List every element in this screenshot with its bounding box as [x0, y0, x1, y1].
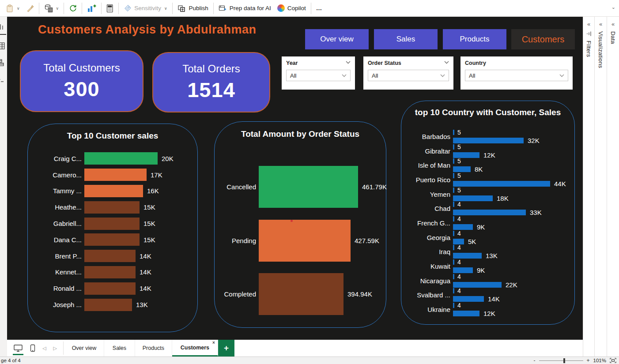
format-painter-button[interactable] — [23, 2, 37, 15]
chevron-down-icon[interactable] — [346, 61, 351, 64]
bar[interactable] — [84, 201, 140, 214]
table-view-button[interactable] — [0, 42, 6, 52]
mobile-layout-button[interactable] — [30, 344, 35, 352]
next-page-button[interactable]: ▷ — [53, 345, 57, 351]
bar[interactable] — [84, 218, 140, 230]
nav-button-sales[interactable]: Sales — [374, 29, 438, 49]
desktop-layout-button[interactable] — [13, 344, 23, 352]
slicer-dropdown-country[interactable]: All — [465, 70, 568, 81]
model-view-button[interactable] — [0, 59, 6, 68]
paste-button[interactable]: ∨ — [3, 2, 23, 15]
desktop-monitor-icon — [13, 344, 23, 352]
copilot-button[interactable]: Copilot — [274, 2, 309, 15]
bar[interactable] — [84, 169, 147, 181]
dax-query-view-button[interactable] — [0, 75, 6, 85]
sales-bar[interactable] — [453, 253, 482, 259]
bar[interactable] — [84, 185, 143, 197]
sales-bar[interactable] — [453, 224, 473, 230]
close-tab-icon[interactable]: × — [212, 340, 215, 345]
zoom-out-button[interactable]: - — [534, 357, 536, 364]
country-row: Georgia45K — [406, 230, 573, 245]
chevron-down-icon[interactable] — [444, 61, 449, 64]
sales-value-label: 13K — [486, 252, 498, 259]
customer-count-bar[interactable] — [453, 202, 454, 207]
bar[interactable] — [84, 152, 158, 165]
zoom-in-button[interactable]: + — [587, 357, 590, 364]
customer-count-bar[interactable] — [453, 188, 454, 193]
prev-page-button[interactable]: ◁ — [42, 345, 46, 351]
sales-bar[interactable] — [453, 267, 473, 273]
bar[interactable] — [84, 282, 136, 295]
page-tab-customers[interactable]: Customers × — [172, 340, 218, 356]
sales-bar[interactable] — [453, 239, 464, 244]
bar-group: 422K — [453, 274, 517, 288]
publish-button[interactable]: Publish — [174, 2, 211, 15]
customer-count-bar[interactable] — [453, 274, 454, 279]
kpi-value: 1514 — [187, 78, 235, 102]
chevron-down-icon[interactable]: ∨ — [56, 6, 59, 11]
customer-count-bar[interactable] — [453, 303, 454, 308]
visualizations-pane-collapsed[interactable]: « Visualizations — [594, 17, 607, 356]
filters-pane-collapsed[interactable]: « Filters — [583, 17, 594, 356]
page-tab-products[interactable]: Products — [135, 340, 172, 356]
report-view-button[interactable] — [0, 23, 6, 35]
data-pane-collapsed[interactable]: « Data — [607, 17, 619, 356]
chevron-down-icon[interactable]: ∨ — [17, 6, 20, 11]
customer-count-bar[interactable] — [453, 231, 454, 236]
bar[interactable] — [84, 250, 136, 262]
sales-bar[interactable] — [453, 296, 484, 302]
bar-row: Camero...17K — [36, 167, 194, 183]
nav-button-customers[interactable]: Customers — [511, 29, 575, 49]
sales-bar[interactable] — [453, 210, 526, 215]
slicer-dropdown-order-status[interactable]: All — [368, 70, 449, 81]
bar-group: 414K — [453, 288, 500, 303]
customer-count-bar[interactable] — [453, 130, 454, 135]
category-label: Tammy ... — [36, 187, 82, 195]
customer-count-bar[interactable] — [453, 288, 454, 293]
sales-bar[interactable] — [453, 166, 471, 172]
sales-value-label: 12K — [483, 310, 495, 317]
customer-count-bar[interactable] — [453, 216, 454, 221]
bar[interactable] — [84, 299, 132, 311]
add-page-button[interactable]: + — [218, 340, 234, 356]
sales-bar[interactable] — [453, 311, 479, 316]
transform-data-button[interactable]: ∨ — [41, 2, 62, 15]
customer-count-bar[interactable] — [453, 245, 454, 250]
page-tab-overview[interactable]: Over view — [64, 340, 104, 356]
fit-to-page-icon[interactable] — [610, 358, 616, 363]
sales-bar[interactable] — [453, 282, 502, 288]
sales-bar[interactable] — [453, 195, 493, 201]
zoom-slider[interactable] — [539, 360, 583, 361]
category-label: Puerto Rico — [406, 176, 450, 184]
prep-data-for-ai-button[interactable]: Prep data for AI — [215, 2, 274, 15]
more-options-button[interactable]: … — [313, 2, 326, 15]
sales-bar[interactable] — [453, 152, 479, 158]
zoom-slider-thumb[interactable] — [563, 358, 565, 363]
page-tab-sales[interactable]: Sales — [104, 340, 135, 356]
value-label: 13K — [136, 301, 148, 308]
bar[interactable] — [84, 266, 136, 278]
sales-bar[interactable] — [453, 181, 550, 187]
refresh-button[interactable] — [66, 2, 80, 15]
bar[interactable] — [259, 220, 351, 262]
sensitivity-tag-icon — [124, 4, 132, 12]
publish-label: Publish — [189, 5, 208, 11]
customer-count-bar[interactable] — [453, 173, 454, 178]
expand-pane-icon[interactable]: « — [599, 21, 602, 27]
bar[interactable] — [259, 166, 358, 208]
new-measure-button[interactable] — [103, 2, 117, 15]
bar-row: Tammy ...16K — [36, 183, 194, 199]
nav-button-overview[interactable]: Over view — [305, 29, 369, 49]
sales-bar[interactable] — [453, 138, 524, 143]
collapse-ribbon-button[interactable]: ⌄ — [611, 4, 615, 10]
customer-count-bar[interactable] — [453, 144, 454, 150]
expand-pane-icon[interactable]: « — [611, 21, 615, 27]
bar[interactable] — [84, 233, 140, 246]
new-visual-button[interactable] — [84, 2, 99, 15]
slicer-dropdown-year[interactable]: All — [286, 70, 351, 81]
bar[interactable] — [259, 273, 343, 315]
customer-count-bar[interactable] — [453, 158, 454, 164]
expand-pane-icon[interactable]: « — [587, 21, 590, 27]
customer-count-bar[interactable] — [453, 259, 454, 265]
nav-button-products[interactable]: Products — [443, 29, 506, 49]
